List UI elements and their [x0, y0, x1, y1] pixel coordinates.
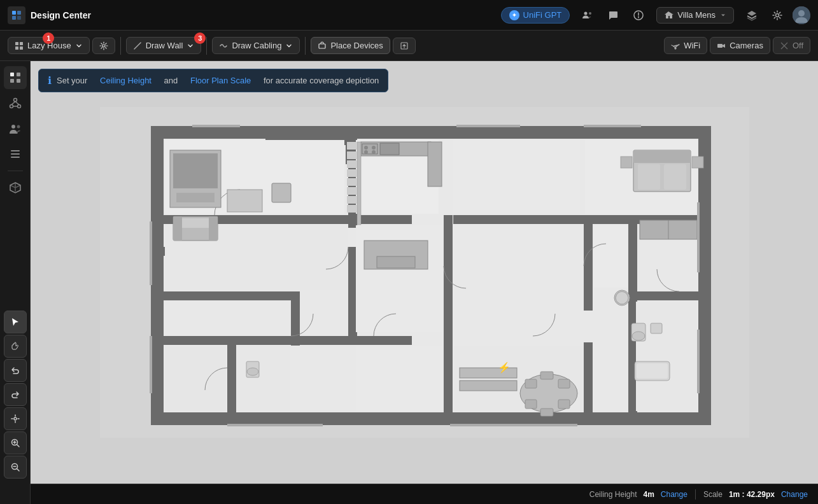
- svg-point-31: [11, 125, 15, 129]
- svg-rect-48: [164, 336, 412, 345]
- ceiling-height-link[interactable]: Ceiling Height: [100, 76, 152, 85]
- draw-wall-badge: 3: [194, 32, 206, 44]
- svg-rect-54: [584, 342, 593, 412]
- svg-rect-106: [633, 150, 691, 163]
- floor-plan-scale-link[interactable]: Floor Plan Scale: [190, 76, 251, 85]
- unifi-gpt-label: UniFi GPT: [523, 10, 562, 20]
- undo-button[interactable]: [4, 359, 27, 382]
- svg-rect-85: [209, 216, 218, 241]
- svg-rect-81: [176, 193, 215, 202]
- svg-point-26: [10, 105, 13, 108]
- svg-rect-84: [173, 216, 182, 241]
- wifi-label: WiFi: [684, 41, 700, 50]
- property-selector[interactable]: Villa Mens: [656, 7, 734, 24]
- ceiling-height-change[interactable]: Change: [661, 490, 688, 499]
- svg-rect-0: [12, 11, 16, 15]
- svg-rect-137: [347, 178, 357, 186]
- svg-rect-86: [227, 190, 262, 212]
- svg-rect-2: [12, 16, 16, 20]
- draw-cabling-label: Draw Cabling: [232, 41, 281, 50]
- chat-nav-button[interactable]: [603, 5, 623, 25]
- center-button[interactable]: [4, 407, 27, 430]
- alert-nav-button[interactable]: [628, 5, 649, 25]
- draw-cabling-button[interactable]: Draw Cabling: [212, 37, 300, 54]
- svg-line-28: [11, 102, 15, 105]
- sidebar-item-network[interactable]: [4, 92, 27, 115]
- sidebar-item-grid[interactable]: [4, 66, 27, 89]
- svg-rect-42: [151, 412, 711, 425]
- svg-rect-51: [348, 247, 357, 342]
- sidebar-item-3d[interactable]: [4, 176, 27, 199]
- svg-rect-103: [540, 372, 553, 379]
- scale-value: 1m : 42.29px: [729, 490, 775, 499]
- info-text-suffix: for accurate coverage depiction: [264, 76, 379, 85]
- place-devices-button[interactable]: Place Devices: [311, 37, 390, 54]
- svg-rect-73: [236, 346, 290, 411]
- view-controls: WiFi Cameras Off: [664, 37, 810, 54]
- sidebar-item-users[interactable]: [4, 117, 27, 140]
- settings-nav-button[interactable]: [767, 5, 787, 25]
- svg-rect-89: [428, 142, 442, 186]
- svg-rect-15: [319, 44, 325, 48]
- svg-rect-90: [380, 143, 399, 155]
- svg-point-7: [776, 13, 779, 17]
- draw-wall-button[interactable]: Draw Wall 3: [126, 37, 202, 54]
- svg-rect-71: [594, 225, 627, 288]
- wifi-view-button[interactable]: WiFi: [664, 37, 707, 54]
- scale-change[interactable]: Change: [781, 490, 808, 499]
- zoom-in-button[interactable]: [4, 431, 27, 454]
- select-tool-button[interactable]: [4, 311, 27, 333]
- sidebar-item-list[interactable]: [4, 143, 27, 165]
- layers-nav-button[interactable]: [742, 5, 762, 25]
- app-title: Design Center: [31, 10, 91, 20]
- svg-rect-3: [17, 16, 21, 20]
- pan-tool-button[interactable]: [4, 335, 27, 358]
- svg-rect-75: [356, 346, 442, 411]
- svg-rect-35: [11, 157, 20, 158]
- svg-point-92: [364, 146, 368, 150]
- canvas-area[interactable]: ⚡: [31, 61, 818, 484]
- cameras-view-button[interactable]: Cameras: [710, 37, 770, 54]
- top-navigation: Design Center ✦ UniFi GPT: [0, 0, 818, 31]
- redo-button[interactable]: [4, 383, 27, 406]
- svg-rect-62: [628, 215, 637, 412]
- ceiling-height-value: 4m: [643, 490, 654, 499]
- project-badge: 1: [43, 32, 54, 44]
- svg-rect-109: [621, 157, 632, 168]
- svg-rect-140: [347, 205, 357, 213]
- floor-plan: ⚡: [100, 107, 749, 438]
- svg-point-25: [13, 99, 17, 102]
- svg-rect-134: [347, 151, 357, 159]
- svg-rect-10: [15, 42, 18, 45]
- svg-point-9: [798, 10, 805, 17]
- project-selector[interactable]: Lazy House 1: [8, 37, 90, 54]
- settings-toolbar-button[interactable]: [92, 38, 115, 54]
- zoom-out-button[interactable]: [4, 456, 27, 479]
- svg-rect-97: [377, 256, 415, 268]
- svg-rect-23: [10, 79, 14, 83]
- svg-rect-139: [347, 196, 357, 204]
- app-logo: Design Center: [8, 6, 91, 24]
- export-button[interactable]: [393, 38, 416, 54]
- bottom-tools: [4, 311, 27, 479]
- svg-point-27: [17, 105, 20, 108]
- svg-rect-58: [253, 291, 291, 300]
- user-avatar[interactable]: [793, 6, 810, 24]
- svg-rect-70: [454, 225, 582, 288]
- property-name: Villa Mens: [677, 10, 716, 20]
- svg-point-5: [589, 12, 591, 15]
- scale-label: Scale: [703, 490, 723, 499]
- ceiling-height-label: Ceiling Height: [589, 490, 637, 499]
- svg-rect-24: [17, 79, 20, 83]
- svg-point-122: [614, 290, 630, 305]
- svg-rect-87: [272, 183, 291, 202]
- off-view-button[interactable]: Off: [773, 37, 810, 54]
- svg-point-32: [17, 125, 20, 129]
- svg-rect-1: [17, 11, 21, 15]
- people-nav-button[interactable]: [577, 5, 598, 25]
- unifi-gpt-button[interactable]: ✦ UniFi GPT: [501, 7, 570, 24]
- info-banner: ℹ Set your Ceiling Height and Floor Plan…: [38, 69, 388, 92]
- off-label: Off: [793, 41, 803, 50]
- svg-rect-63: [628, 291, 698, 300]
- svg-rect-136: [347, 169, 357, 177]
